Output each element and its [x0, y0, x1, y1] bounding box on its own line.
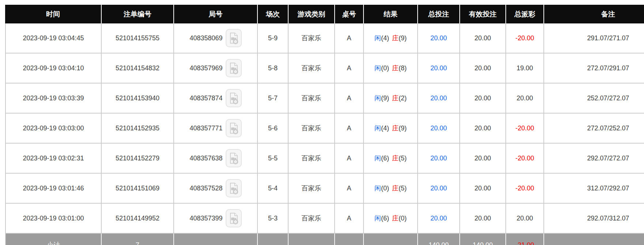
- video-replay-button[interactable]: [226, 209, 242, 227]
- cell-game-type: 百家乐: [289, 204, 335, 234]
- banker-result-label: 庄: [392, 185, 399, 192]
- banker-score: (9): [399, 125, 407, 132]
- cell-session: 5-4: [258, 174, 289, 204]
- cell-game-type: 百家乐: [289, 144, 335, 174]
- subtotal-label: 小计: [5, 234, 102, 245]
- video-replay-button[interactable]: [226, 179, 242, 197]
- round-number: 408357399: [189, 215, 222, 222]
- cell-remark: 272.07/252.07: [544, 114, 644, 144]
- cell-total-bet: 20.00: [418, 53, 460, 83]
- subtotal-valid-bet: 140.00: [460, 234, 506, 245]
- table-body: 2023-09-19 03:04:45 521014155755 4083580…: [5, 23, 644, 234]
- cell-total-payout: -20.00: [506, 23, 544, 53]
- banker-result-label: 庄: [392, 94, 399, 102]
- table-row: 2023-09-19 03:04:45 521014155755 4083580…: [5, 23, 644, 53]
- subtotal-empty-round: [174, 234, 258, 245]
- banker-score: (2): [399, 94, 407, 102]
- cell-order-no: 521014152935: [102, 114, 174, 144]
- player-score: (9): [381, 94, 389, 102]
- player-score: (4): [381, 34, 389, 42]
- cell-session: 5-8: [258, 53, 289, 83]
- cell-time: 2023-09-19 03:01:00: [5, 204, 102, 234]
- round-number: 408357771: [189, 125, 222, 132]
- round-number: 408357638: [189, 155, 222, 162]
- header-order-no: 注单编号: [102, 5, 174, 23]
- video-replay-icon: [226, 29, 242, 47]
- cell-round-no: 408357771: [174, 114, 258, 144]
- cell-round-no: 408357874: [174, 83, 258, 114]
- cell-order-no: 521014153940: [102, 83, 174, 114]
- video-replay-button[interactable]: [226, 119, 242, 137]
- cell-order-no: 521014154832: [102, 53, 174, 83]
- banker-score: (8): [399, 64, 407, 72]
- player-score: (0): [381, 185, 389, 192]
- cell-remark: 292.07/312.07: [544, 204, 644, 234]
- player-score: (4): [381, 125, 389, 132]
- cell-remark: 252.07/272.07: [544, 83, 644, 114]
- banker-score: (5): [399, 155, 407, 162]
- bet-records-table: 时间 注单编号 局号 场次 游戏类别 桌号 结果 总投注 有效投注 总派彩 备注…: [5, 5, 644, 245]
- player-result-label: 闲: [374, 185, 381, 192]
- cell-valid-bet: 20.00: [460, 204, 506, 234]
- video-replay-icon: [226, 179, 242, 197]
- player-result-label: 闲: [374, 34, 381, 42]
- cell-valid-bet: 20.00: [460, 23, 506, 53]
- table-footer: 小计 7 140.00 140.00 -21.00: [5, 234, 644, 245]
- cell-round-no: 408357969: [174, 53, 258, 83]
- cell-table-no: A: [335, 83, 364, 114]
- cell-game-type: 百家乐: [289, 174, 335, 204]
- cell-round-no: 408357528: [174, 174, 258, 204]
- header-valid-bet: 有效投注: [460, 5, 506, 23]
- cell-result: 闲(6)庄(5): [364, 144, 418, 174]
- video-replay-button[interactable]: [226, 89, 242, 107]
- video-replay-button[interactable]: [226, 149, 242, 167]
- cell-order-no: 521014151069: [102, 174, 174, 204]
- cell-result: 闲(0)庄(8): [364, 53, 418, 83]
- player-result-label: 闲: [374, 215, 381, 222]
- video-replay-button[interactable]: [226, 29, 242, 47]
- cell-table-no: A: [335, 144, 364, 174]
- cell-table-no: A: [335, 53, 364, 83]
- banker-score: (9): [399, 34, 407, 42]
- cell-session: 5-5: [258, 144, 289, 174]
- cell-total-payout: 20.00: [506, 83, 544, 114]
- cell-total-payout: -20.00: [506, 114, 544, 144]
- player-score: (0): [381, 64, 389, 72]
- cell-result: 闲(4)庄(9): [364, 23, 418, 53]
- cell-time: 2023-09-19 03:01:46: [5, 174, 102, 204]
- banker-score: (0): [399, 215, 407, 222]
- cell-remark: 272.07/291.07: [544, 53, 644, 83]
- banker-score: (5): [399, 185, 407, 192]
- cell-result: 闲(6)庄(0): [364, 204, 418, 234]
- cell-table-no: A: [335, 114, 364, 144]
- round-number: 408358069: [189, 34, 222, 42]
- cell-valid-bet: 20.00: [460, 144, 506, 174]
- video-replay-icon: [226, 119, 242, 137]
- cell-total-payout: -20.00: [506, 174, 544, 204]
- video-replay-button[interactable]: [226, 59, 242, 77]
- banker-result-label: 庄: [392, 125, 399, 132]
- header-remark: 备注: [544, 5, 644, 23]
- cell-round-no: 408357638: [174, 144, 258, 174]
- cell-round-no: 408357399: [174, 204, 258, 234]
- cell-session: 5-7: [258, 83, 289, 114]
- round-number: 408357528: [189, 185, 222, 192]
- subtotal-count: 7: [102, 234, 174, 245]
- cell-total-payout: 20.00: [506, 204, 544, 234]
- cell-total-bet: 20.00: [418, 23, 460, 53]
- header-game-type: 游戏类别: [289, 5, 335, 23]
- video-replay-icon: [226, 209, 242, 227]
- cell-valid-bet: 20.00: [460, 174, 506, 204]
- cell-remark: 292.07/272.07: [544, 144, 644, 174]
- cell-table-no: A: [335, 23, 364, 53]
- cell-result: 闲(0)庄(5): [364, 174, 418, 204]
- cell-order-no: 521014155755: [102, 23, 174, 53]
- cell-total-bet: 20.00: [418, 204, 460, 234]
- cell-remark: 312.07/292.07: [544, 174, 644, 204]
- player-result-label: 闲: [374, 155, 381, 162]
- header-round-no: 局号: [174, 5, 258, 23]
- player-score: (6): [381, 155, 389, 162]
- table-row: 2023-09-19 03:03:39 521014153940 4083578…: [5, 83, 644, 114]
- video-replay-icon: [226, 89, 242, 107]
- cell-table-no: A: [335, 204, 364, 234]
